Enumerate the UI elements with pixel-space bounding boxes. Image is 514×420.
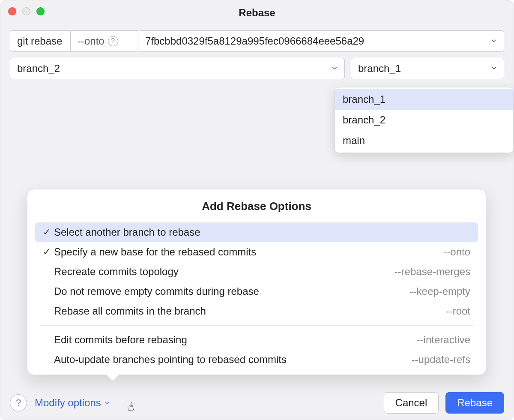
cancel-button[interactable]: Cancel [384,392,439,414]
modify-options-label: Modify options [35,397,101,409]
target-branch-value: branch_1 [358,63,401,75]
options-list: ✓Select another branch to rebase✓Specify… [27,222,486,369]
titlebar: Rebase [0,0,514,21]
onto-flag-cell: --onto ? [71,30,138,52]
chevron-down-icon [104,399,111,406]
minimize-window-button[interactable] [22,7,30,15]
branch-row: branch_2 branch_1 [10,58,504,79]
branch-option[interactable]: main [335,130,513,151]
option-flag: --onto [443,246,473,258]
maximize-window-button[interactable] [36,7,45,15]
popover-tail [106,368,119,381]
option-flag: --keep-empty [410,285,473,297]
onto-hash-value: 7fbcbbd0329f5a8129a995fec0966684eee56a29 [145,35,364,47]
rebase-option[interactable]: ✓Specify a new base for the rebased comm… [35,242,478,262]
onto-hash-input[interactable]: 7fbcbbd0329f5a8129a995fec0966684eee56a29 [138,30,504,52]
option-flag: --rebase-merges [394,266,473,278]
option-flag: --root [446,305,473,317]
popover-title: Add Rebase Options [27,200,486,213]
rebase-option[interactable]: Rebase all commits in the branch--root [35,301,478,321]
target-branch-dropdown: branch_1branch_2main [335,87,514,153]
option-label: Auto-update branches pointing to rebased… [54,354,412,366]
option-label: Select another branch to rebase [54,226,470,238]
cancel-label: Cancel [395,397,427,409]
branch-option[interactable]: branch_1 [335,89,513,110]
branch-option[interactable]: branch_2 [335,110,513,130]
option-label: Recreate commits topology [54,266,394,278]
target-branch-combo[interactable]: branch_1 [351,58,504,79]
dialog-title: Rebase [239,3,275,19]
help-button[interactable]: ? [10,394,27,411]
option-label: Edit commits before rebasing [54,334,417,346]
chevron-down-icon [331,63,338,75]
rebase-button[interactable]: Rebase [445,392,504,414]
rebase-dialog: Rebase git rebase --onto ? 7fbcbbd0329f5… [0,0,514,420]
onto-flag-text: --onto [78,35,105,47]
separator [40,325,473,326]
rebase-option[interactable]: Do not remove empty commits during rebas… [35,282,478,301]
chevron-down-icon [490,35,498,47]
window-controls [8,7,45,15]
option-flag: --interactive [417,334,473,346]
check-icon: ✓ [39,227,54,238]
option-flag: --update-refs [412,354,473,366]
rebase-option[interactable]: Edit commits before rebasing--interactiv… [35,330,478,350]
rebase-label: Rebase [457,397,493,409]
rebase-options-popover: Add Rebase Options ✓Select another branc… [27,189,486,375]
command-rows: git rebase --onto ? 7fbcbbd0329f5a8129a9… [0,21,514,79]
rebase-option[interactable]: Auto-update branches pointing to rebased… [35,350,478,369]
option-label: Specify a new base for the rebased commi… [54,246,443,258]
command-label: git rebase [10,30,71,52]
help-icon[interactable]: ? [108,36,118,46]
option-label: Rebase all commits in the branch [54,305,446,317]
dialog-footer: ? Modify options Cancel Rebase [0,386,514,420]
rebase-option[interactable]: Recreate commits topology--rebase-merges [35,262,478,282]
upstream-branch-combo[interactable]: branch_2 [10,58,345,79]
rebase-option[interactable]: ✓Select another branch to rebase [35,222,478,242]
option-label: Do not remove empty commits during rebas… [54,285,410,297]
modify-options-link[interactable]: Modify options [35,397,111,409]
close-window-button[interactable] [8,7,16,15]
command-row: git rebase --onto ? 7fbcbbd0329f5a8129a9… [10,30,504,52]
upstream-branch-value: branch_2 [17,63,60,75]
chevron-down-icon [490,63,498,75]
check-icon: ✓ [39,246,54,258]
